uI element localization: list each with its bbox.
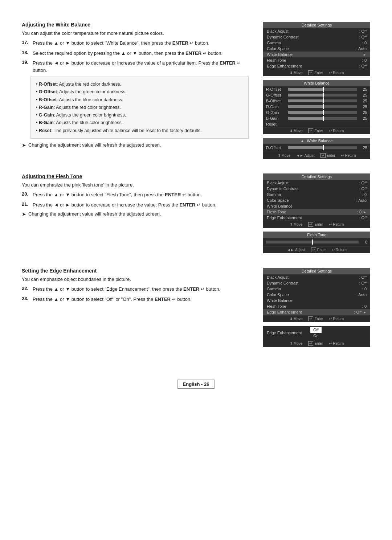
ee-dropdown: Edge Enhancement Off On ⬍ Move ↵ Enter ↩… [263, 326, 370, 347]
panel-footer-wb2: ⬍ Move ↵ Enter ↩ Return [263, 127, 370, 134]
panel-wb-sliders-title: White Balance [263, 80, 370, 86]
row-fleshtone-ee: Flesh Tone : 0 [263, 303, 370, 309]
row-dynamic-contrast-wb: Dynamic Contrast : Off [263, 34, 370, 40]
bullet-r-offset: R-Offset: Adjusts the red color darkness… [36, 81, 243, 88]
wb-row-b-gain: B-Gain 25 [263, 115, 370, 121]
panel-footer-wb3: ⬍ Move ◄► Adjust ↵ Enter ↩ Return [263, 152, 370, 159]
row-fleshtone-wb: Flesh Tone : 0 [263, 57, 370, 63]
panel-detailed-ee: Detailed Settings Black Adjust : Off Dyn… [263, 268, 370, 322]
row-dynamic-contrast-ee: Dynamic Contrast : Off [263, 280, 370, 286]
bullet-g-gain: G-Gain: Adjusts the green color brightne… [36, 111, 243, 119]
heading-white-balance: Adjusting the White Balance [22, 22, 249, 28]
row-edgeenhancement-ft: Edge Enhancement : Off [263, 215, 370, 221]
step-21-number: 21. [22, 201, 30, 209]
intro-white-balance: You can adjust the color temperature for… [22, 30, 249, 36]
ee-label: Edge Enhancement [267, 331, 307, 335]
section-right-wb: Detailed Settings Black Adjust : Off Dyn… [263, 22, 370, 159]
step-23-number: 23. [22, 296, 30, 303]
row-black-adjust-ft: Black Adjust : Off [263, 180, 370, 186]
arrow-icon-ft: ➤ [22, 211, 26, 217]
panel-footer-wb1: ⬍ Move ↵ Enter ↩ Return [263, 69, 370, 76]
section-flesh-tone: Adjusting the Flesh Tone You can emphasi… [22, 173, 370, 253]
wb-reset-row: Reset [263, 121, 370, 127]
wb-row-b-offset: B-Offset 25 [263, 98, 370, 104]
panel-wb-sliders: White Balance R-Offset 25 G-Offset 25 [263, 80, 370, 134]
bullet-g-offset: G-Offset: Adjusts the green color darkne… [36, 88, 243, 96]
ft-slider-row: 0 [263, 238, 370, 246]
panel-r-offset-title: ▲ White Balance [263, 138, 370, 144]
step-18-number: 18. [22, 50, 30, 57]
bullet-box-wb: R-Offset: Adjusts the red color darkness… [30, 77, 249, 139]
step-20: 20. Press the ▲ or ▼ button to select "F… [22, 191, 249, 199]
footer-wrap: English - 26 [22, 369, 370, 389]
step-22-text: Press the ▲ or ▼ button to select "Edge … [33, 286, 249, 293]
step-19: 19. Press the ◄ or ► button to decrease … [22, 60, 249, 74]
panel-detailed-wb: Detailed Settings Black Adjust : Off Dyn… [263, 22, 370, 76]
row-gamma-ee: Gamma : 0 [263, 286, 370, 292]
row-colorspace-ft: Color Space : Auto [263, 197, 370, 203]
row-black-adjust-wb: Black Adjust : Off [263, 28, 370, 34]
panel-detailed-wb-title: Detailed Settings [263, 22, 370, 28]
row-colorspace-ee: Color Space : Auto [263, 292, 370, 298]
panel-detailed-ee-title: Detailed Settings [263, 268, 370, 274]
note-ft: ➤ Changing the adjustment value will ref… [22, 211, 249, 217]
section-left-ee: Setting the Edge Enhancement You can emp… [22, 268, 252, 347]
step-18-text: Select the required option by pressing t… [33, 50, 249, 57]
row-whitebalance-ee: White Balance [263, 298, 370, 303]
panel-ee-dropdown: Edge Enhancement Off On ⬍ Move ↵ Enter ↩… [263, 326, 370, 347]
panel-detailed-ft-title: Detailed Settings [263, 173, 370, 180]
row-edgeenhancement-ee: Edge Enhancement : Off ► [263, 309, 370, 315]
page-content: Adjusting the White Balance You can adju… [22, 22, 370, 389]
note-ft-text: Changing the adjustment value will refre… [28, 211, 161, 217]
row-gamma-ft: Gamma : 0 [263, 192, 370, 197]
section-left-ft: Adjusting the Flesh Tone You can emphasi… [22, 173, 252, 253]
panel-footer-ee1: ⬍ Move ↵ Enter ↩ Return [263, 315, 370, 322]
ee-option-off[interactable]: Off [310, 327, 322, 333]
ee-dropdown-row: Edge Enhancement Off On [263, 326, 370, 340]
step-20-text: Press the ▲ or ▼ button to select "Flesh… [33, 191, 249, 199]
r-offset-row: R-Offset 25 [263, 144, 370, 152]
step-18: 18. Select the required option by pressi… [22, 50, 249, 57]
intro-flesh-tone: You can emphasize the pink 'flesh tone' … [22, 182, 249, 188]
heading-flesh-tone: Adjusting the Flesh Tone [22, 173, 249, 179]
section-left-wb: Adjusting the White Balance You can adju… [22, 22, 252, 159]
row-edgeenhancement-wb: Edge Enhancement : Off [263, 63, 370, 69]
panel-detailed-ft: Detailed Settings Black Adjust : Off Dyn… [263, 173, 370, 228]
bullet-r-gain: R-Gain: Adjusts the red color brightness… [36, 104, 243, 111]
step-22: 22. Press the ▲ or ▼ button to select "E… [22, 286, 249, 293]
ee-options: Off On [310, 327, 322, 339]
row-whitebalance-ft: White Balance [263, 203, 370, 209]
panel-footer-ft2: ◄► Adjust ↵ Enter ↩ Return [263, 246, 370, 253]
panel-r-offset-adjust: ▲ White Balance R-Offset 25 ⬍ Move ◄► Ad… [263, 138, 370, 159]
row-fleshtone-ft: Flesh Tone : 0 ► [263, 209, 370, 215]
wb-row-g-offset: G-Offset 25 [263, 92, 370, 98]
panel-footer-ee2: ⬍ Move ↵ Enter ↩ Return [263, 340, 370, 347]
intro-edge-enhancement: You can emphasize object boundaries in t… [22, 277, 249, 282]
note-wb-text: Changing the adjustment value will refre… [28, 142, 161, 148]
row-colorspace-wb: Color Space : Auto [263, 46, 370, 52]
panel-footer-ft1: ⬍ Move ↵ Enter ↩ Return [263, 221, 370, 228]
step-21-text: Press the ◄ or ► button to decrease or i… [33, 201, 249, 209]
wb-row-r-gain: R-Gain 25 [263, 104, 370, 110]
section-right-ee: Detailed Settings Black Adjust : Off Dyn… [263, 268, 370, 347]
bullet-reset: Reset: The previously adjusted white bal… [36, 127, 243, 135]
step-21: 21. Press the ◄ or ► button to decrease … [22, 201, 249, 209]
bullet-b-gain: B-Gain: Adjusts the blue color brightnes… [36, 119, 243, 127]
page-footer: English - 26 [177, 380, 215, 389]
panel-ft-title: Flesh Tone [263, 232, 370, 238]
bullet-b-offset: B-Offset: Adjusts the blue color darknes… [36, 96, 243, 104]
wb-row-r-offset: R-Offset 25 [263, 86, 370, 92]
row-whitebalance-wb: White Balance ► [263, 52, 370, 57]
arrow-icon-wb: ➤ [22, 142, 26, 148]
row-black-adjust-ee: Black Adjust : Off [263, 274, 370, 280]
row-dynamic-contrast-ft: Dynamic Contrast : Off [263, 186, 370, 192]
step-22-number: 22. [22, 286, 30, 293]
ee-option-on[interactable]: On [310, 333, 322, 339]
section-white-balance: Adjusting the White Balance You can adju… [22, 22, 370, 159]
panel-ft-slider: Flesh Tone 0 ◄► Adjust ↵ Enter ↩ Return [263, 232, 370, 253]
step-23-text: Press the ▲ or ▼ button to select "Off" … [33, 296, 249, 303]
wb-row-g-gain: G-Gain 25 [263, 110, 370, 115]
step-23: 23. Press the ▲ or ▼ button to select "O… [22, 296, 249, 303]
step-17: 17. Press the ▲ or ▼ button to select "W… [22, 40, 249, 47]
step-19-text: Press the ◄ or ► button to decrease or i… [33, 60, 249, 74]
